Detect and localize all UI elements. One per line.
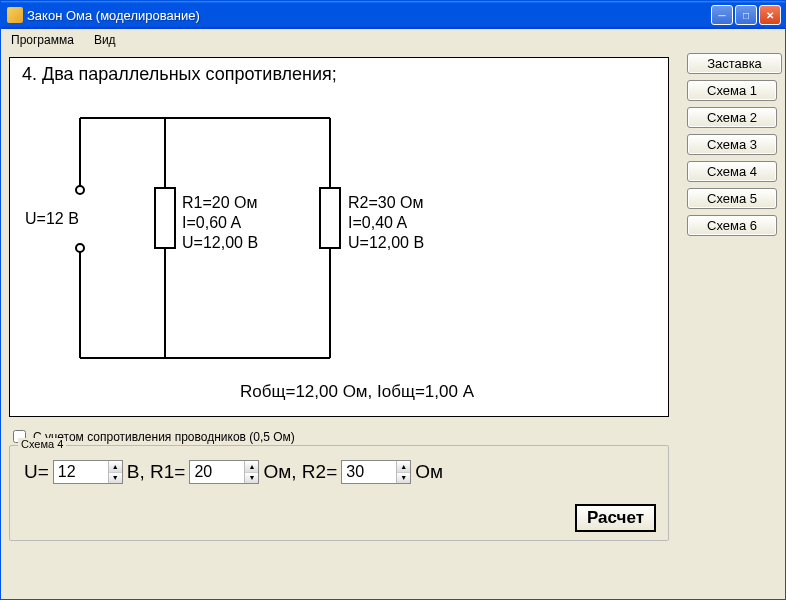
r2-line1: R2=30 Ом — [348, 194, 423, 212]
r2-spinner: ▲ ▼ — [341, 460, 411, 484]
r1-line3: U=12,00 B — [182, 234, 258, 252]
inputs-legend: Схема 4 — [18, 438, 66, 450]
content-area: 4. Два параллельных сопротивления; — [9, 47, 777, 591]
u-spin-down[interactable]: ▼ — [109, 473, 122, 484]
r2-line2: I=0,40 A — [348, 214, 407, 232]
u-unit-r1-label: В, R1= — [127, 461, 186, 483]
r1-input[interactable] — [190, 461, 244, 483]
r2-spin-up[interactable]: ▲ — [397, 461, 410, 473]
inputs-row: U= ▲ ▼ В, R1= ▲ ▼ Ом, R2= — [20, 460, 447, 484]
r2-line3: U=12,00 B — [348, 234, 424, 252]
svg-point-3 — [76, 244, 84, 252]
scheme-2-button[interactable]: Схема 2 — [687, 107, 777, 128]
scheme-6-button[interactable]: Схема 6 — [687, 215, 777, 236]
r1-spin-down[interactable]: ▼ — [245, 473, 258, 484]
totals-label: Rобщ=12,00 Ом, Iобщ=1,00 A — [240, 382, 474, 402]
window-title: Закон Ома (моделирование) — [27, 8, 711, 23]
app-window: Закон Ома (моделирование) ─ □ ✕ Программ… — [0, 0, 786, 600]
inputs-fieldset: Схема 4 U= ▲ ▼ В, R1= ▲ ▼ — [9, 445, 669, 541]
source-voltage-label: U=12 B — [25, 210, 79, 228]
svg-rect-10 — [320, 188, 340, 248]
r1-line1: R1=20 Ом — [182, 194, 257, 212]
u-label: U= — [24, 461, 49, 483]
window-controls: ─ □ ✕ — [711, 5, 781, 25]
svg-point-2 — [76, 186, 84, 194]
app-icon — [7, 7, 23, 23]
r1-line2: I=0,60 A — [182, 214, 241, 232]
r2-spin-down[interactable]: ▼ — [397, 473, 410, 484]
side-buttons: Заставка Схема 1 Схема 2 Схема 3 Схема 4… — [687, 53, 777, 236]
r2-unit-label: Ом — [415, 461, 443, 483]
r2-input[interactable] — [342, 461, 396, 483]
scheme-4-button[interactable]: Схема 4 — [687, 161, 777, 182]
calculate-button[interactable]: Расчет — [575, 504, 656, 532]
u-spin-up[interactable]: ▲ — [109, 461, 122, 473]
minimize-button[interactable]: ─ — [711, 5, 733, 25]
scheme-1-button[interactable]: Схема 1 — [687, 80, 777, 101]
u-spinner: ▲ ▼ — [53, 460, 123, 484]
titlebar: Закон Ома (моделирование) ─ □ ✕ — [1, 1, 785, 29]
scheme-5-button[interactable]: Схема 5 — [687, 188, 777, 209]
scheme-3-button[interactable]: Схема 3 — [687, 134, 777, 155]
r1-unit-r2-label: Ом, R2= — [263, 461, 337, 483]
circuit-svg — [10, 58, 670, 418]
close-button[interactable]: ✕ — [759, 5, 781, 25]
maximize-button[interactable]: □ — [735, 5, 757, 25]
svg-rect-7 — [155, 188, 175, 248]
r1-spin-up[interactable]: ▲ — [245, 461, 258, 473]
u-input[interactable] — [54, 461, 108, 483]
splash-button[interactable]: Заставка — [687, 53, 782, 74]
r1-spinner: ▲ ▼ — [189, 460, 259, 484]
wire-resistance-label: С учетом сопротивления проводников (0,5 … — [33, 430, 295, 444]
diagram-panel: 4. Два параллельных сопротивления; — [9, 57, 669, 417]
